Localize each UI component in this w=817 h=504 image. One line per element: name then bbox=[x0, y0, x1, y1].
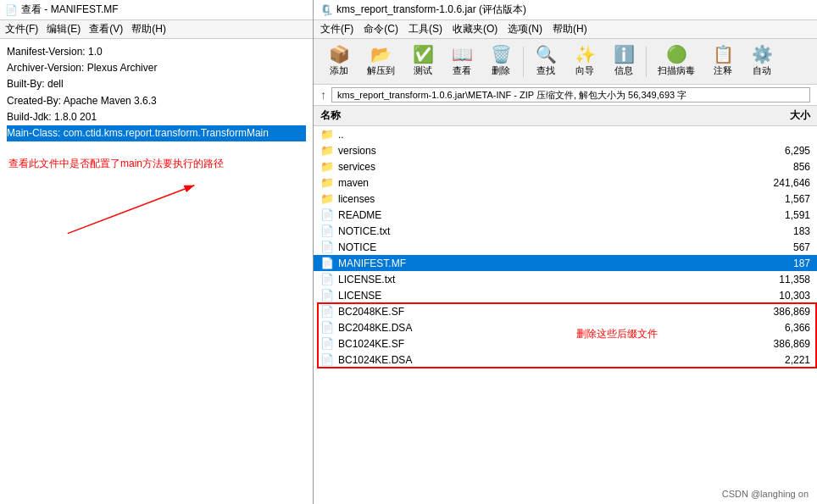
comment-icon: 📋 bbox=[713, 46, 734, 63]
file-name: NOTICE bbox=[338, 241, 742, 253]
file-size: 11,358 bbox=[742, 274, 810, 285]
file-name: .. bbox=[338, 129, 742, 141]
file-name: BC1024KE.SF bbox=[338, 338, 742, 350]
table-row[interactable]: 📄MANIFEST.MF187 bbox=[314, 255, 817, 271]
file-size: 187 bbox=[742, 258, 810, 269]
file-list-header: 名称 大小 bbox=[314, 106, 817, 126]
path-back-button[interactable]: ↑ bbox=[320, 88, 326, 102]
toolbar-info-button[interactable]: ℹ️ 信息 bbox=[605, 42, 642, 80]
watermark: CSDN @langhing on bbox=[722, 489, 809, 499]
toolbar-extract-button[interactable]: 📂 解压到 bbox=[359, 42, 403, 80]
right-menu-tools[interactable]: 工具(S) bbox=[408, 22, 442, 36]
table-row[interactable]: 📄BC1024KE.SF386,869 bbox=[314, 335, 817, 352]
file-list-wrapper: 📁..📁versions6,295📁services856📁maven241,6… bbox=[314, 126, 817, 504]
toolbar: 📦 添加 📂 解压到 ✅ 测试 📖 查看 🗑️ 删除 🔍 查找 ✨ 向导 bbox=[314, 39, 817, 85]
file-size: 2,221 bbox=[742, 354, 810, 366]
toolbar-sep-1 bbox=[523, 47, 524, 77]
right-menu-fav[interactable]: 收藏夹(O) bbox=[453, 22, 497, 36]
left-menu-view[interactable]: 查看(V) bbox=[89, 22, 123, 36]
toolbar-view-button[interactable]: 📖 查看 bbox=[443, 42, 481, 80]
table-row[interactable]: 📄BC2048KE.SF386,869 bbox=[314, 303, 817, 319]
col-size-header: 大小 bbox=[742, 108, 810, 123]
file-icon: 📄 bbox=[320, 208, 334, 221]
manifest-line-1: Archiver-Version: Plexus Archiver bbox=[7, 60, 306, 76]
file-icon: 📄 bbox=[320, 337, 334, 350]
toolbar-find-button[interactable]: 🔍 查找 bbox=[527, 42, 564, 80]
right-menu-cmd[interactable]: 命令(C) bbox=[364, 22, 398, 36]
table-row[interactable]: 📁.. bbox=[314, 126, 817, 142]
auto-label: 自动 bbox=[753, 64, 771, 77]
annotation-text: 查看此文件中是否配置了main方法要执行的路径 bbox=[8, 156, 224, 171]
toolbar-scan-button[interactable]: 🟢 扫描病毒 bbox=[650, 42, 703, 80]
folder-icon: 📁 bbox=[320, 144, 334, 157]
table-row[interactable]: 📁services856 bbox=[314, 158, 817, 174]
wizard-icon: ✨ bbox=[575, 46, 596, 63]
delete-icon: 🗑️ bbox=[491, 46, 512, 63]
file-size: 183 bbox=[742, 225, 810, 237]
table-row[interactable]: 📄LICENSE10,303 bbox=[314, 287, 817, 303]
file-name: NOTICE.txt bbox=[338, 225, 742, 237]
table-row[interactable]: 📄BC1024KE.DSA2,221 bbox=[314, 352, 817, 368]
left-title-bar: 📄 查看 - MANIFEST.MF bbox=[0, 0, 313, 20]
right-menu-help[interactable]: 帮助(H) bbox=[553, 22, 587, 36]
file-icon: 📄 bbox=[320, 353, 334, 366]
file-icon: 📄 bbox=[320, 321, 334, 334]
file-size: 10,303 bbox=[742, 290, 810, 302]
add-label: 添加 bbox=[330, 64, 348, 77]
folder-icon: 📁 bbox=[320, 176, 334, 189]
right-menu-options[interactable]: 选项(N) bbox=[508, 22, 542, 36]
svg-line-0 bbox=[68, 186, 195, 234]
comment-label: 注释 bbox=[714, 64, 732, 77]
auto-icon: ⚙️ bbox=[752, 46, 773, 63]
table-row[interactable]: 📄LICENSE.txt11,358 bbox=[314, 271, 817, 287]
file-icon: 📄 bbox=[320, 289, 334, 302]
col-name-header: 名称 bbox=[320, 108, 742, 123]
toolbar-add-button[interactable]: 📦 添加 bbox=[320, 42, 358, 80]
left-menu-bar: 文件(F) 编辑(E) 查看(V) 帮助(H) bbox=[0, 20, 313, 39]
file-size: 856 bbox=[742, 161, 810, 173]
toolbar-test-button[interactable]: ✅ 测试 bbox=[404, 42, 442, 80]
left-panel: 📄 查看 - MANIFEST.MF 文件(F) 编辑(E) 查看(V) 帮助(… bbox=[0, 0, 314, 504]
extract-label: 解压到 bbox=[367, 64, 395, 77]
scan-icon: 🟢 bbox=[666, 46, 687, 63]
manifest-line-2: Built-By: dell bbox=[7, 76, 306, 92]
file-size: 1,567 bbox=[742, 193, 810, 205]
table-row[interactable]: 📁maven241,646 bbox=[314, 174, 817, 191]
table-row[interactable]: 📁versions6,295 bbox=[314, 142, 817, 158]
right-menu-file[interactable]: 文件(F) bbox=[320, 22, 353, 36]
file-name: BC1024KE.DSA bbox=[338, 354, 742, 366]
add-icon: 📦 bbox=[329, 46, 350, 63]
manifest-line-0: Manifest-Version: 1.0 bbox=[7, 44, 306, 60]
left-title-icon: 📄 bbox=[5, 4, 18, 16]
toolbar-wizard-button[interactable]: ✨ 向导 bbox=[566, 42, 603, 80]
file-icon: 📄 bbox=[320, 257, 334, 269]
file-name: maven bbox=[338, 177, 742, 189]
toolbar-comment-button[interactable]: 📋 注释 bbox=[704, 42, 742, 80]
table-row[interactable]: 📁licenses1,567 bbox=[314, 191, 817, 207]
file-name: versions bbox=[338, 145, 742, 157]
left-menu-help[interactable]: 帮助(H) bbox=[131, 22, 166, 36]
table-row[interactable]: 📄README1,591 bbox=[314, 207, 817, 223]
manifest-line-5: Main-Class: com.ctid.kms.report.transfor… bbox=[7, 125, 306, 141]
file-name: BC2048KE.DSA bbox=[338, 322, 742, 334]
left-menu-edit[interactable]: 编辑(E) bbox=[47, 22, 81, 36]
extract-icon: 📂 bbox=[370, 46, 392, 63]
left-menu-file[interactable]: 文件(F) bbox=[5, 22, 38, 36]
wizard-label: 向导 bbox=[575, 64, 594, 77]
manifest-line-3: Created-By: Apache Maven 3.6.3 bbox=[7, 93, 306, 109]
right-title-bar: 🗜️ kms_report_transform-1.0.6.jar (评估版本) bbox=[314, 0, 817, 20]
file-size: 1,591 bbox=[742, 209, 810, 221]
right-panel: 🗜️ kms_report_transform-1.0.6.jar (评估版本)… bbox=[314, 0, 817, 504]
path-input[interactable] bbox=[331, 87, 810, 102]
toolbar-auto-button[interactable]: ⚙️ 自动 bbox=[743, 42, 781, 80]
table-row[interactable]: 📄NOTICE567 bbox=[314, 239, 817, 255]
file-name: licenses bbox=[338, 193, 742, 205]
file-list: 📁..📁versions6,295📁services856📁maven241,6… bbox=[314, 126, 817, 504]
file-name: BC2048KE.SF bbox=[338, 306, 742, 318]
scan-label: 扫描病毒 bbox=[658, 64, 695, 77]
file-size: 386,869 bbox=[742, 338, 810, 350]
table-row[interactable]: 📄NOTICE.txt183 bbox=[314, 223, 817, 239]
table-row[interactable]: 📄BC2048KE.DSA6,366 bbox=[314, 319, 817, 335]
delete-label: 删除 bbox=[492, 64, 510, 77]
toolbar-delete-button[interactable]: 🗑️ 删除 bbox=[482, 42, 520, 80]
